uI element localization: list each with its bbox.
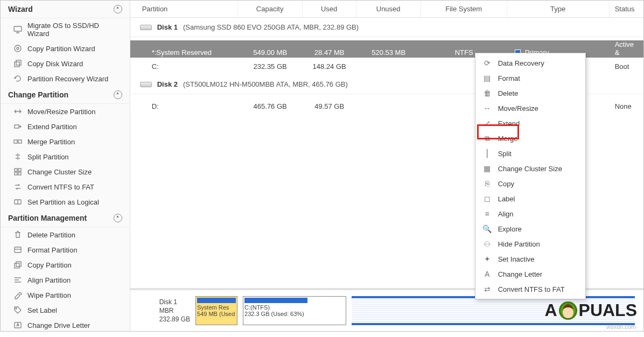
sidebar-item-convert[interactable]: Convert NTFS to FAT	[1, 179, 130, 194]
sidebar-item-set-logical[interactable]: Set Partition as Logical	[1, 194, 130, 209]
sidebar-item-label: Convert NTFS to FAT	[27, 183, 94, 191]
appuals-logo: A PUALS	[544, 300, 637, 320]
disk-name: Disk 1	[157, 23, 178, 31]
ctx-extend[interactable]: ⤢Extend	[475, 116, 585, 131]
section-head-change[interactable]: Change Partition ˄	[1, 86, 130, 104]
part-label: C:(NTFS)	[244, 304, 345, 311]
cluster-icon	[13, 167, 22, 176]
col-used[interactable]: Used	[303, 1, 356, 17]
ctx-move-resize[interactable]: ↔Move/Resize	[475, 101, 585, 116]
cell-used: 148.24 GB	[303, 62, 356, 71]
disk-group-1[interactable]: Disk 1 (Samsung SSD 860 EVO 250GB ATA, M…	[130, 18, 643, 37]
ctx-letter[interactable]: AChange Letter	[475, 266, 585, 282]
context-menu: ⟳Data Recovery ▤Format 🗑Delete ↔Move/Res…	[475, 53, 586, 299]
ctx-inactive[interactable]: ✦Set Inactive	[475, 251, 585, 266]
part-size: 232.3 GB (Used: 63%)	[244, 311, 345, 317]
sidebar-item-split[interactable]: Split Partition	[1, 149, 130, 164]
sidebar-item-copy-disk-wiz[interactable]: Copy Disk Wizard	[1, 56, 130, 71]
ctx-label: Hide Partition	[498, 240, 540, 248]
svg-rect-10	[15, 172, 17, 175]
sidebar-item-copy[interactable]: Copy Partition	[1, 257, 130, 272]
sidebar-item-label: Merge Partition	[27, 138, 75, 146]
ctx-delete[interactable]: 🗑Delete	[475, 86, 585, 101]
section-title: Change Partition	[8, 90, 68, 99]
sidebar-item-label: Wipe Partition	[27, 291, 71, 299]
sidebar-item-extend[interactable]: Extend Partition	[1, 119, 130, 134]
ctx-label: Change Cluster Size	[498, 165, 562, 173]
partition-block-c[interactable]: C:(NTFS) 232.3 GB (Used: 63%)	[243, 296, 346, 325]
copy-icon	[13, 261, 22, 269]
recovery-icon	[13, 74, 22, 83]
ctx-align[interactable]: ≡Align	[475, 206, 585, 221]
disk-map-type: MBR	[159, 306, 190, 315]
ctx-label: Set Inactive	[498, 255, 535, 263]
cell-status: None	[610, 102, 643, 110]
sidebar-item-move-resize[interactable]: Move/Resize Partition	[1, 104, 130, 119]
svg-rect-11	[18, 172, 21, 175]
sidebar-item-label: Align Partition	[27, 276, 71, 284]
sidebar: Wizard ˄ Migrate OS to SSD/HD Wizard Cop…	[1, 1, 130, 331]
sidebar-item-label: Set Partition as Logical	[27, 198, 99, 206]
col-partition[interactable]: Partition	[130, 1, 238, 17]
sidebar-item-merge[interactable]: Merge Partition	[1, 134, 130, 149]
cell-used: 28.47 MB	[303, 48, 356, 57]
col-type[interactable]: Type	[507, 1, 610, 17]
section-head-manage[interactable]: Partition Management ˄	[1, 209, 130, 227]
sidebar-item-migrate-os[interactable]: Migrate OS to SSD/HD Wizard	[1, 18, 130, 41]
sidebar-item-delete[interactable]: Delete Partition	[1, 227, 130, 242]
split-icon	[13, 152, 22, 161]
chevron-up-icon: ˄	[114, 5, 122, 13]
disk-map-name: Disk 1	[159, 298, 190, 306]
sidebar-item-wipe[interactable]: Wipe Partition	[1, 287, 130, 303]
sidebar-item-label: Copy Partition Wizard	[27, 45, 95, 53]
ctx-split[interactable]: ⎮Split	[475, 146, 585, 161]
ctx-explore[interactable]: 🔍Explore	[475, 221, 585, 236]
move-resize-icon	[13, 107, 22, 116]
copy-icon: ⎘	[483, 179, 492, 188]
col-capacity[interactable]: Capacity	[238, 1, 303, 17]
svg-point-16	[16, 308, 17, 309]
letter-icon: A	[483, 270, 492, 278]
convert-icon: ⇄	[483, 285, 492, 293]
cell-unused: 520.53 MB	[356, 48, 421, 57]
cell-partition: *:System Reserved	[130, 48, 238, 57]
col-status[interactable]: Status	[610, 1, 643, 17]
col-filesystem[interactable]: File System	[421, 1, 507, 17]
section-head-wizard[interactable]: Wizard ˄	[1, 1, 130, 18]
part-size: 549 MB (Used	[197, 311, 236, 317]
sidebar-item-label: Delete Partition	[27, 231, 75, 239]
ctx-merge[interactable]: ⧉Merge	[475, 131, 585, 146]
sidebar-item-partition-recovery[interactable]: Partition Recovery Wizard	[1, 71, 130, 86]
sidebar-item-label: Partition Recovery Wizard	[27, 75, 108, 83]
col-unused[interactable]: Unused	[356, 1, 421, 17]
migrate-os-icon	[13, 25, 22, 34]
disk-desc: (Samsung SSD 860 EVO 250GB ATA, MBR, 232…	[183, 23, 359, 31]
logo-face-icon	[559, 301, 577, 320]
sidebar-item-label[interactable]: Set Label	[1, 303, 130, 318]
svg-rect-15	[16, 262, 21, 266]
ctx-cluster[interactable]: ▦Change Cluster Size	[475, 161, 585, 176]
svg-rect-9	[18, 169, 21, 171]
ctx-copy[interactable]: ⎘Copy	[475, 176, 585, 191]
sidebar-item-format[interactable]: Format Partition	[1, 242, 130, 257]
sidebar-item-copy-partition-wiz[interactable]: Copy Partition Wizard	[1, 41, 130, 56]
svg-point-1	[15, 45, 21, 52]
sidebar-item-label: Copy Disk Wizard	[27, 60, 83, 68]
format-icon: ▤	[483, 74, 492, 82]
ctx-label: Align	[498, 210, 514, 218]
sidebar-item-letter[interactable]: Change Drive Letter	[1, 318, 130, 331]
sidebar-item-align[interactable]: Align Partition	[1, 272, 130, 287]
partition-block-system[interactable]: System Res 549 MB (Used	[195, 296, 237, 325]
ctx-label[interactable]: ◻Label	[475, 191, 585, 206]
svg-point-2	[17, 47, 19, 50]
ctx-label: Format	[498, 74, 520, 82]
ctx-format[interactable]: ▤Format	[475, 71, 585, 86]
ctx-hide[interactable]: ⦵Hide Partition	[475, 236, 585, 251]
format-icon	[13, 245, 22, 254]
cluster-icon: ▦	[483, 164, 492, 173]
svg-rect-14	[15, 263, 19, 268]
disk-icon	[140, 82, 152, 87]
ctx-convert[interactable]: ⇄Convert NTFS to FAT	[475, 282, 585, 297]
ctx-data-recovery[interactable]: ⟳Data Recovery	[475, 55, 585, 71]
sidebar-item-cluster[interactable]: Change Cluster Size	[1, 164, 130, 179]
